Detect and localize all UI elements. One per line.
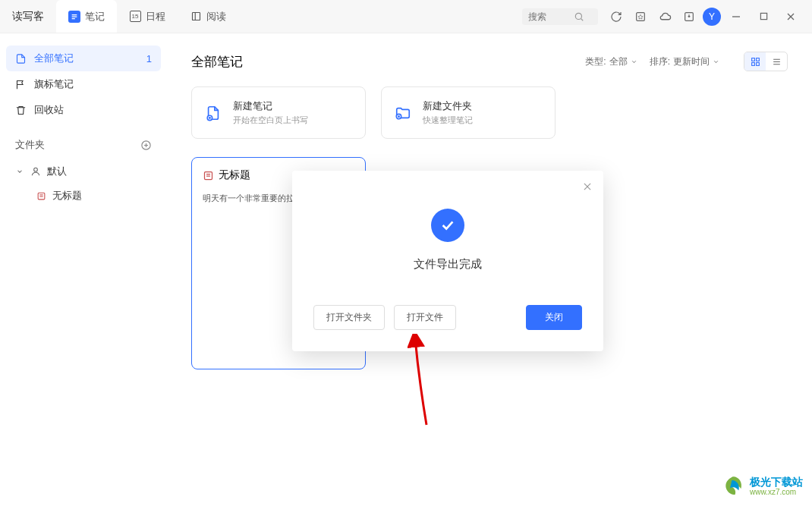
success-check-icon: [431, 209, 464, 242]
filter-type[interactable]: 类型: 全部: [585, 55, 637, 68]
svg-rect-18: [756, 58, 759, 61]
card-subtitle: 开始在空白页上书写: [233, 115, 308, 126]
card-title: 新建笔记: [233, 99, 308, 113]
svg-rect-20: [756, 62, 759, 65]
chevron-down-icon: [713, 58, 719, 65]
titlebar-right: Y: [522, 6, 812, 27]
sidebar-item-label: 全部笔记: [34, 52, 74, 65]
watermark-text: 极光下载站: [750, 476, 803, 489]
sidebar-item-label: 回收站: [34, 103, 64, 117]
svg-rect-4: [637, 12, 645, 20]
section-label: 文件夹: [15, 138, 45, 152]
sidebar-item-flag-notes[interactable]: 旗标笔记: [6, 71, 161, 97]
tab-calendar[interactable]: 15 日程: [117, 0, 178, 33]
svg-rect-7: [760, 13, 766, 19]
sidebar: 全部笔记 1 旗标笔记 回收站 文件夹 默认 无标题: [0, 33, 167, 506]
notes-icon: [68, 11, 80, 23]
card-subtitle: 快速整理笔记: [423, 115, 473, 126]
note-icon: [203, 170, 214, 181]
title-bar: 读写客 笔记 15 日程 阅读 Y: [0, 0, 812, 33]
dialog-actions: 打开文件夹 打开文件 关闭: [313, 305, 582, 330]
note-title: 无标题: [219, 168, 250, 182]
sidebar-item-label: 旗标笔记: [34, 77, 74, 91]
note-label: 无标题: [52, 189, 82, 203]
calendar-icon: 15: [129, 11, 141, 23]
filter-sort[interactable]: 排序: 更新时间: [650, 55, 719, 68]
import-button[interactable]: [678, 6, 700, 27]
tab-label: 日程: [146, 10, 165, 24]
close-button[interactable]: [779, 6, 803, 27]
new-folder-card[interactable]: 新建文件夹 快速整理笔记: [381, 86, 555, 139]
view-list-button[interactable]: [766, 52, 787, 71]
filters: 类型: 全部 排序: 更新时间: [585, 52, 788, 71]
trash-icon: [15, 105, 27, 116]
new-folder-icon: [394, 104, 412, 122]
avatar[interactable]: Y: [703, 8, 721, 26]
search-input[interactable]: [528, 11, 574, 22]
maximize-button[interactable]: [751, 6, 776, 27]
minimize-button[interactable]: [724, 6, 748, 27]
chevron-down-icon: [631, 58, 637, 65]
sidebar-folder-default[interactable]: 默认: [6, 159, 161, 184]
svg-point-2: [575, 13, 581, 19]
open-folder-button[interactable]: 打开文件夹: [313, 305, 385, 330]
sidebar-section-folders: 文件夹: [6, 130, 161, 159]
card-title: 新建文件夹: [423, 99, 473, 113]
chevron-down-icon: [15, 168, 24, 175]
sync-button[interactable]: [606, 6, 627, 27]
content-header: 全部笔记 类型: 全部 排序: 更新时间: [191, 52, 788, 71]
page-title: 全部笔记: [191, 53, 243, 71]
view-grid-button[interactable]: [744, 52, 766, 71]
sidebar-note-untitled[interactable]: 无标题: [6, 184, 161, 208]
book-icon: [190, 11, 202, 23]
svg-rect-17: [751, 58, 754, 61]
sidebar-item-trash[interactable]: 回收站: [6, 97, 161, 123]
new-note-card[interactable]: 新建笔记 开始在空白页上书写: [191, 86, 366, 139]
view-toggle: [744, 52, 788, 71]
svg-line-3: [581, 18, 583, 20]
export-complete-dialog: 文件导出完成 打开文件夹 打开文件 关闭: [292, 171, 603, 351]
watermark-logo-icon: [721, 474, 745, 498]
dialog-message: 文件导出完成: [414, 257, 482, 272]
new-note-icon: [204, 104, 222, 122]
flag-icon: [15, 79, 27, 90]
note-count: 1: [146, 53, 152, 64]
add-folder-icon[interactable]: [140, 140, 152, 151]
close-dialog-button[interactable]: 关闭: [526, 305, 582, 330]
document-icon: [15, 53, 27, 64]
search-box[interactable]: [522, 8, 598, 25]
svg-point-13: [34, 168, 38, 171]
tab-label: 笔记: [85, 10, 105, 24]
search-icon: [574, 11, 584, 22]
tab-label: 阅读: [206, 10, 226, 24]
open-file-button[interactable]: 打开文件: [394, 305, 456, 330]
star-button[interactable]: [630, 6, 651, 27]
tabs: 笔记 15 日程 阅读: [56, 0, 238, 33]
user-icon: [30, 166, 41, 177]
watermark: 极光下载站 www.xz7.com: [721, 474, 803, 498]
tab-reading[interactable]: 阅读: [178, 0, 238, 33]
sidebar-item-all-notes[interactable]: 全部笔记 1: [6, 46, 161, 71]
dialog-close-button[interactable]: [582, 181, 593, 195]
watermark-url: www.xz7.com: [750, 488, 803, 497]
action-cards: 新建笔记 开始在空白页上书写 新建文件夹 快速整理笔记: [191, 86, 788, 139]
tab-notes[interactable]: 笔记: [56, 0, 117, 33]
cloud-button[interactable]: [654, 6, 675, 27]
folder-label: 默认: [47, 165, 67, 178]
app-name: 读写客: [0, 10, 56, 24]
svg-rect-0: [192, 13, 200, 20]
note-icon: [36, 191, 46, 201]
svg-rect-19: [751, 62, 754, 65]
